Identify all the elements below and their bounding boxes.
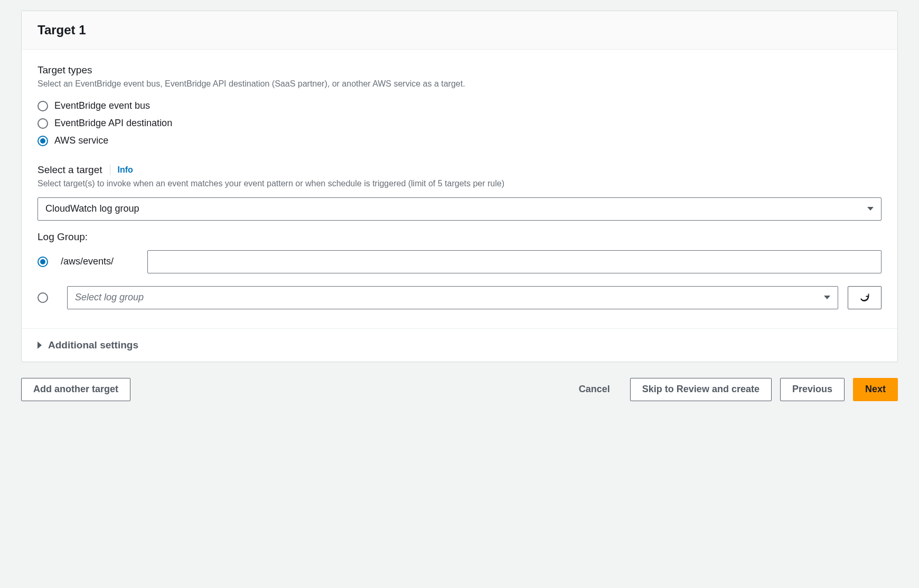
additional-settings-label: Additional settings bbox=[48, 339, 138, 351]
log-group-name-input[interactable] bbox=[147, 250, 882, 273]
cancel-button[interactable]: Cancel bbox=[567, 378, 622, 401]
select-target-label-row: Select a target Info bbox=[37, 164, 882, 176]
panel-header: Target 1 bbox=[22, 11, 897, 50]
additional-settings-toggle[interactable]: Additional settings bbox=[37, 339, 882, 351]
radio-label: EventBridge API destination bbox=[54, 118, 172, 129]
log-group-select[interactable]: Select log group bbox=[67, 286, 838, 309]
log-group-heading: Log Group: bbox=[37, 231, 882, 243]
panel-title: Target 1 bbox=[37, 23, 882, 37]
radio-eventbridge-event-bus[interactable]: EventBridge event bus bbox=[37, 97, 882, 115]
target-types-section: Target types Select an EventBridge event… bbox=[37, 64, 882, 149]
skip-to-review-button[interactable]: Skip to Review and create bbox=[630, 378, 772, 401]
target-types-heading: Target types bbox=[37, 64, 882, 76]
log-group-new-row: /aws/events/ bbox=[37, 250, 882, 273]
chevron-down-icon bbox=[824, 296, 830, 299]
radio-eventbridge-api-destination[interactable]: EventBridge API destination bbox=[37, 115, 882, 132]
chevron-down-icon bbox=[867, 207, 874, 211]
target-types-description: Select an EventBridge event bus, EventBr… bbox=[37, 78, 882, 90]
radio-label: AWS service bbox=[54, 135, 108, 146]
target-select-value: CloudWatch log group bbox=[45, 203, 139, 214]
target-panel: Target 1 Target types Select an EventBri… bbox=[21, 11, 898, 362]
target-select[interactable]: CloudWatch log group bbox=[37, 197, 882, 221]
next-button[interactable]: Next bbox=[853, 378, 898, 401]
divider bbox=[110, 165, 110, 175]
log-group-section: Log Group: /aws/events/ Select log group bbox=[37, 231, 882, 309]
log-group-prefix: /aws/events/ bbox=[61, 256, 128, 267]
log-group-select-placeholder: Select log group bbox=[75, 292, 144, 303]
select-target-section: Select a target Info Select target(s) to… bbox=[37, 164, 882, 220]
log-group-existing-row: Select log group bbox=[37, 286, 882, 309]
add-another-target-button[interactable]: Add another target bbox=[21, 378, 130, 401]
radio-icon bbox=[37, 101, 48, 111]
radio-icon bbox=[37, 118, 48, 129]
refresh-button[interactable] bbox=[848, 286, 882, 309]
radio-aws-service[interactable]: AWS service bbox=[37, 132, 882, 149]
target-types-radio-group: EventBridge event bus EventBridge API de… bbox=[37, 97, 882, 149]
radio-log-group-existing[interactable] bbox=[37, 292, 48, 303]
refresh-icon bbox=[859, 292, 870, 303]
radio-label: EventBridge event bus bbox=[54, 100, 150, 111]
panel-footer: Additional settings bbox=[22, 328, 897, 362]
info-link[interactable]: Info bbox=[118, 165, 133, 175]
select-target-heading: Select a target bbox=[37, 164, 102, 176]
actions-right: Cancel Skip to Review and create Previou… bbox=[567, 378, 898, 401]
chevron-right-icon bbox=[37, 342, 42, 349]
actions-bar: Add another target Cancel Skip to Review… bbox=[21, 378, 898, 401]
previous-button[interactable]: Previous bbox=[780, 378, 845, 401]
panel-body: Target types Select an EventBridge event… bbox=[22, 50, 897, 328]
radio-log-group-new[interactable] bbox=[37, 257, 48, 267]
radio-icon bbox=[37, 136, 48, 146]
select-target-description: Select target(s) to invoke when an event… bbox=[37, 178, 882, 189]
